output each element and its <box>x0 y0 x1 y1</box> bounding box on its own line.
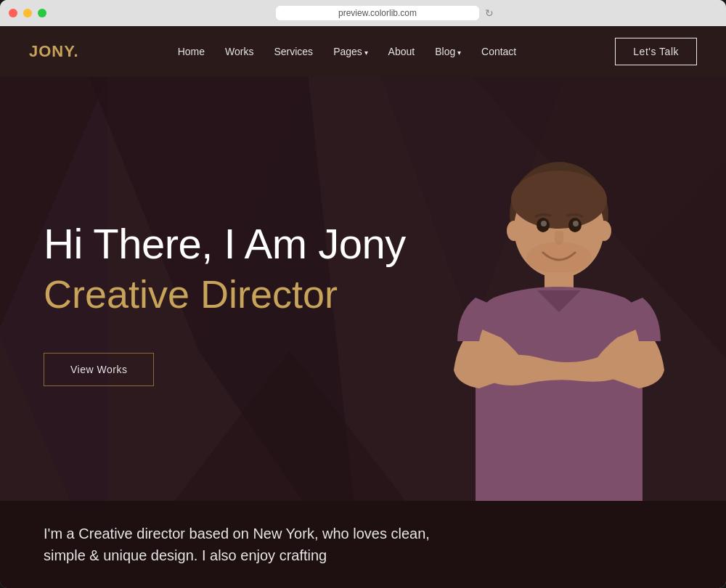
svg-point-19 <box>526 242 592 274</box>
cta-button[interactable]: Let's Talk <box>615 38 697 65</box>
hero-subtitle: Creative Director <box>44 273 436 316</box>
svg-point-14 <box>597 221 611 241</box>
hero-text: Hi There, I Am Jony Creative Director Vi… <box>44 192 436 385</box>
maximize-button[interactable] <box>38 9 46 17</box>
hero-main: Hi There, I Am Jony Creative Director Vi… <box>0 77 726 501</box>
nav-link-home[interactable]: Home <box>178 46 205 57</box>
svg-point-17 <box>541 221 547 226</box>
nav-link-contact[interactable]: Contact <box>481 46 516 57</box>
nav-link-pages[interactable]: Pages <box>333 46 367 57</box>
nav-link-blog[interactable]: Blog <box>435 46 461 57</box>
hero-tagline: I'm a Creative director based on New Yor… <box>44 523 443 566</box>
nav-item-home[interactable]: Home <box>178 45 205 58</box>
hero-title: Hi There, I Am Jony <box>44 221 436 267</box>
svg-point-18 <box>573 221 579 226</box>
nav-link-about[interactable]: About <box>388 46 415 57</box>
nav-link-services[interactable]: Services <box>274 46 313 57</box>
url-bar: preview.colorlib.com ↻ <box>52 6 717 20</box>
svg-point-12 <box>511 171 607 229</box>
nav-item-about[interactable]: About <box>388 45 415 58</box>
website-content: JONY. Home Works Services Pages <box>0 26 726 588</box>
nav-item-works[interactable]: Works <box>225 45 253 58</box>
svg-point-13 <box>507 221 521 241</box>
nav-item-contact[interactable]: Contact <box>481 45 516 58</box>
close-button[interactable] <box>9 9 17 17</box>
hero-bottom: I'm a Creative director based on New Yor… <box>0 501 726 588</box>
nav-item-services[interactable]: Services <box>274 45 313 58</box>
minimize-button[interactable] <box>23 9 32 17</box>
view-works-button[interactable]: View Works <box>44 353 154 386</box>
hero-section: Hi There, I Am Jony Creative Director Vi… <box>0 77 726 588</box>
mac-titlebar: preview.colorlib.com ↻ <box>0 0 726 26</box>
nav-item-blog[interactable]: Blog <box>435 45 461 58</box>
url-field[interactable]: preview.colorlib.com <box>276 6 479 20</box>
nav-item-pages[interactable]: Pages <box>333 45 367 58</box>
hero-person <box>436 152 682 501</box>
nav-links: Home Works Services Pages About <box>178 45 517 58</box>
navbar: JONY. Home Works Services Pages <box>0 26 726 77</box>
website: JONY. Home Works Services Pages <box>0 26 726 588</box>
site-logo[interactable]: JONY. <box>29 42 79 61</box>
nav-link-works[interactable]: Works <box>225 46 253 57</box>
refresh-icon[interactable]: ↻ <box>485 7 494 19</box>
mac-window: preview.colorlib.com ↻ JONY. Home Works … <box>0 0 726 588</box>
